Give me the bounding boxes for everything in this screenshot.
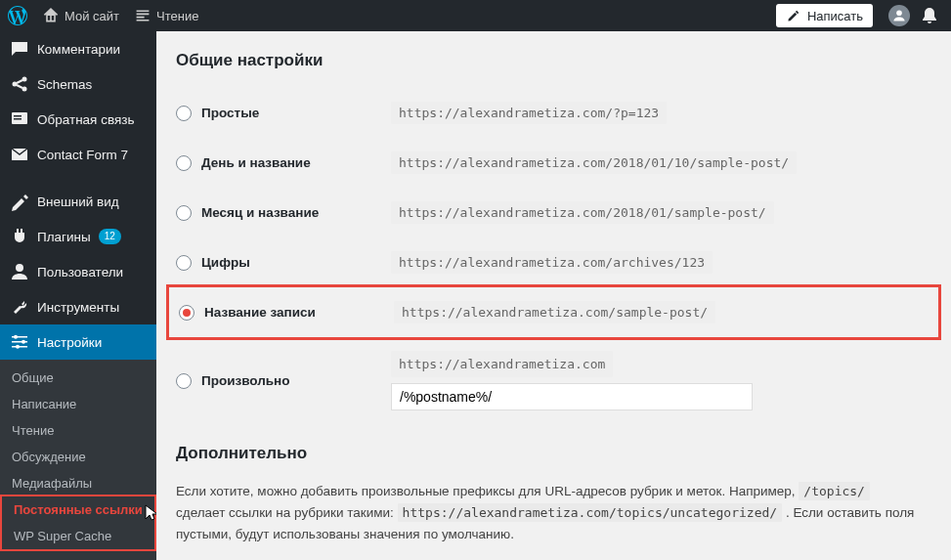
submenu-permalinks-label: Постоянные ссылки xyxy=(14,502,143,517)
site-name: Мой сайт xyxy=(65,9,119,23)
settings-submenu: Общие Написание Чтение Обсуждение Медиаф… xyxy=(0,360,156,560)
site-name-link[interactable]: Мой сайт xyxy=(35,0,127,31)
appearance-icon xyxy=(10,192,29,211)
additional-heading: Дополнительно xyxy=(176,444,931,463)
permalink-option-row: День и названиеhttps://alexandrametiza.c… xyxy=(176,138,931,188)
sidebar-item-appearance[interactable]: Внешний вид xyxy=(0,184,156,219)
radio-button[interactable] xyxy=(176,106,192,121)
permalink-option[interactable]: Простые xyxy=(176,106,371,121)
sidebar-item-label: Настройки xyxy=(37,335,102,350)
option-label: Цифры xyxy=(201,255,250,270)
svg-point-12 xyxy=(22,340,25,344)
comments-icon xyxy=(10,39,29,59)
custom-structure-input[interactable] xyxy=(391,383,753,410)
wordpress-icon xyxy=(8,6,27,25)
share-icon xyxy=(10,74,29,94)
sidebar-item-plugins[interactable]: Плагины 12 xyxy=(0,219,156,254)
adminbar-reader[interactable]: Чтение xyxy=(127,0,206,31)
sidebar-item-comments[interactable]: Комментарии xyxy=(0,31,156,66)
sidebar-item-feedback[interactable]: Обратная связь xyxy=(0,102,156,137)
desc-part1: Если хотите, можно добавить произвольные… xyxy=(176,484,799,498)
submenu-wpsupercache[interactable]: WP Super Cache xyxy=(0,523,156,551)
additional-description: Если хотите, можно добавить произвольные… xyxy=(176,481,919,544)
bell-icon xyxy=(920,6,939,25)
desc-code2: https://alexandrametiza.com/topics/uncat… xyxy=(398,503,783,522)
write-label: Написать xyxy=(807,9,863,23)
permalink-option-row: Цифрыhttps://alexandrametiza.com/archive… xyxy=(176,237,931,287)
url-sample: https://alexandrametiza.com/archives/123 xyxy=(391,251,713,274)
sidebar-item-label: Пользователи xyxy=(37,265,123,280)
submenu-general[interactable]: Общие xyxy=(0,365,156,391)
admin-sidebar: Комментарии Schemas Обратная связь Conta… xyxy=(0,31,156,560)
tools-icon xyxy=(10,297,29,317)
main-layout: Комментарии Schemas Обратная связь Conta… xyxy=(0,31,951,560)
svg-rect-5 xyxy=(14,115,22,117)
radio-button[interactable] xyxy=(176,205,192,221)
submenu-permalinks[interactable]: Постоянные ссылки xyxy=(0,495,156,523)
pencil-icon xyxy=(786,8,801,23)
notifications[interactable] xyxy=(916,0,943,31)
sidebar-item-label: Инструменты xyxy=(37,300,119,315)
submenu-discussion[interactable]: Обсуждение xyxy=(0,444,156,470)
person-icon xyxy=(892,9,906,22)
permalink-option-row: Название записиhttps://alexandrametiza.c… xyxy=(166,284,941,340)
plugins-badge: 12 xyxy=(99,229,121,244)
custom-permalink-group: https://alexandrametiza.com xyxy=(391,351,753,410)
permalink-option-row: Произвольноhttps://alexandrametiza.com xyxy=(176,337,931,424)
submenu-writing[interactable]: Написание xyxy=(0,391,156,417)
option-label: Простые xyxy=(201,106,259,120)
permalink-option[interactable]: День и название xyxy=(176,155,371,171)
settings-icon xyxy=(10,332,29,352)
adminbar-left: Мой сайт Чтение xyxy=(0,0,206,31)
sidebar-item-settings[interactable]: Настройки xyxy=(0,324,156,360)
url-sample: https://alexandrametiza.com/2018/01/samp… xyxy=(391,201,774,224)
permalink-option[interactable]: Название записи xyxy=(179,305,374,321)
svg-rect-6 xyxy=(14,118,22,120)
avatar[interactable] xyxy=(888,5,910,26)
adminbar-reader-label: Чтение xyxy=(156,9,198,23)
radio-button[interactable] xyxy=(176,155,192,171)
home-icon xyxy=(43,8,59,23)
sidebar-item-label: Contact Form 7 xyxy=(37,148,128,162)
wp-logo[interactable] xyxy=(0,0,35,31)
option-label: День и название xyxy=(201,155,311,170)
option-label: Месяц и название xyxy=(201,205,319,220)
permalink-heading: Общие настройки xyxy=(176,51,931,70)
option-label: Произвольно xyxy=(201,373,290,388)
submenu-share[interactable]: Поделиться xyxy=(0,551,156,560)
main-content: Общие настройки Простыеhttps://alexandra… xyxy=(156,31,951,560)
plugins-icon xyxy=(10,227,29,246)
admin-bar: Мой сайт Чтение Написать xyxy=(0,0,951,31)
radio-button[interactable] xyxy=(176,255,192,271)
feedback-icon xyxy=(10,109,29,129)
url-sample: https://alexandrametiza.com/sample-post/ xyxy=(394,301,715,323)
svg-point-13 xyxy=(16,345,20,349)
sidebar-item-contactform7[interactable]: Contact Form 7 xyxy=(0,137,156,172)
radio-button[interactable] xyxy=(176,373,192,389)
option-label: Название записи xyxy=(204,305,316,320)
submenu-reading[interactable]: Чтение xyxy=(0,417,156,444)
radio-button[interactable] xyxy=(179,305,195,321)
permalink-option-row: Простыеhttps://alexandrametiza.com/?p=12… xyxy=(176,88,931,138)
sidebar-item-label: Обратная связь xyxy=(37,112,134,127)
desc-part2: сделает ссылки на рубрики такими: xyxy=(176,505,398,520)
sidebar-item-users[interactable]: Пользователи xyxy=(0,254,156,289)
permalink-option-row: Месяц и названиеhttps://alexandrametiza.… xyxy=(176,188,931,237)
permalink-option[interactable]: Произвольно xyxy=(176,373,371,389)
submenu-media[interactable]: Медиафайлы xyxy=(0,470,156,496)
sidebar-item-label: Комментарии xyxy=(37,42,120,57)
desc-code1: /topics/ xyxy=(799,482,870,500)
sidebar-item-label: Внешний вид xyxy=(37,194,119,209)
cursor-icon xyxy=(145,504,156,524)
users-icon xyxy=(10,262,29,281)
svg-point-11 xyxy=(14,335,18,339)
mail-icon xyxy=(10,145,29,164)
write-button[interactable]: Написать xyxy=(776,4,873,27)
sidebar-item-schemas[interactable]: Schemas xyxy=(0,66,156,102)
url-sample: https://alexandrametiza.com/?p=123 xyxy=(391,102,667,124)
permalink-option[interactable]: Цифры xyxy=(176,255,371,271)
url-sample: https://alexandrametiza.com/2018/01/10/s… xyxy=(391,151,797,174)
sidebar-item-tools[interactable]: Инструменты xyxy=(0,289,156,324)
reader-icon xyxy=(135,8,151,23)
permalink-option[interactable]: Месяц и название xyxy=(176,205,371,221)
